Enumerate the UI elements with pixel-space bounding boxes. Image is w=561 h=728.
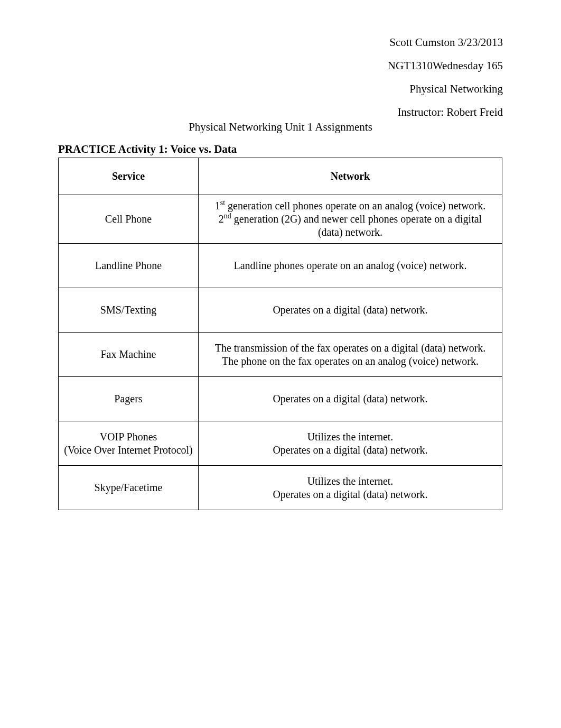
table-row: Fax Machine The transmission of the fax …	[59, 333, 502, 377]
network-cell: Utilizes the internet.Operates on a digi…	[199, 421, 502, 466]
network-cell: Operates on a digital (data) network.	[199, 377, 502, 421]
column-header-service: Service	[59, 158, 199, 195]
table-row: Pagers Operates on a digital (data) netw…	[59, 377, 502, 421]
section-title: PRACTICE Activity 1: Voice vs. Data	[58, 143, 237, 156]
column-header-network: Network	[199, 158, 502, 195]
service-cell: Fax Machine	[59, 333, 199, 377]
voice-vs-data-table: Service Network Cell Phone 1st generatio…	[58, 158, 502, 510]
network-cell: The transmission of the fax operates on …	[199, 333, 502, 377]
service-cell: Landline Phone	[59, 244, 199, 288]
table-row: SMS/Texting Operates on a digital (data)…	[59, 288, 502, 333]
network-cell: Utilizes the internet.Operates on a digi…	[199, 466, 502, 510]
header-course-name: Physical Networking	[388, 77, 503, 100]
document-header: Scott Cumston 3/23/2013 NGT1310Wednesday…	[388, 31, 503, 124]
page-title: Physical Networking Unit 1 Assignments	[0, 121, 561, 134]
table-row: VOIP Phones(Voice Over Internet Protocol…	[59, 421, 502, 466]
table-row: Cell Phone 1st generation cell phones op…	[59, 195, 502, 244]
service-cell: SMS/Texting	[59, 288, 199, 333]
service-cell: VOIP Phones(Voice Over Internet Protocol…	[59, 421, 199, 466]
header-course-code: NGT1310Wednesday 165	[388, 54, 503, 77]
table-row: Skype/Facetime Utilizes the internet.Ope…	[59, 466, 502, 510]
network-cell: Landline phones operate on an analog (vo…	[199, 244, 502, 288]
header-author-date: Scott Cumston 3/23/2013	[388, 31, 503, 54]
table-row: Landline Phone Landline phones operate o…	[59, 244, 502, 288]
table-header-row: Service Network	[59, 158, 502, 195]
network-cell: Operates on a digital (data) network.	[199, 288, 502, 333]
network-cell: 1st generation cell phones operate on an…	[199, 195, 502, 244]
service-cell: Skype/Facetime	[59, 466, 199, 510]
service-cell: Pagers	[59, 377, 199, 421]
service-cell: Cell Phone	[59, 195, 199, 244]
